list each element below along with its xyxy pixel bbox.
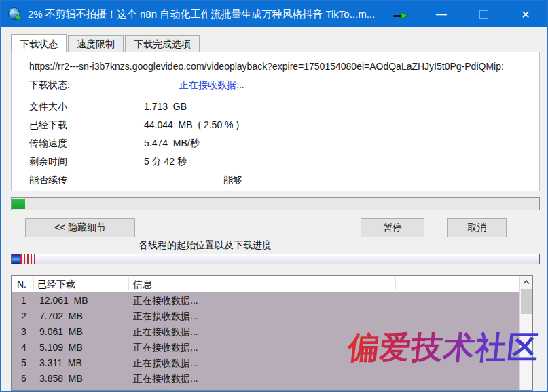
minimize-button[interactable]: — <box>420 1 462 27</box>
idm-download-window: 2% 不剪辑不拍摄！这个 n8n 自动化工作流批量生成万种风格抖音 TikTo.… <box>0 0 548 392</box>
progress-fill <box>12 199 25 209</box>
thread-row[interactable]: 112.061 MB正在接收数据... <box>12 293 519 309</box>
titlebar[interactable]: 2% 不剪辑不拍摄！这个 n8n 自动化工作流批量生成万种风格抖音 TikTo.… <box>1 1 547 27</box>
column-header-1[interactable]: N. <box>17 276 26 292</box>
thread-number: 4 <box>21 340 26 355</box>
thread-row[interactable]: 63.858 MB正在接收数据... <box>12 371 519 387</box>
thread-number: 7 <box>21 387 26 391</box>
threads-table: N.已经下载信息 112.061 MB正在接收数据...27.702 MB正在接… <box>11 275 533 391</box>
stat-label: 剩余时间 <box>29 153 67 171</box>
status-value: 正在接收数据... <box>179 79 244 92</box>
tab-下载状态[interactable]: 下载状态 <box>11 34 67 52</box>
thread-info: 正在接收数据... <box>133 355 198 371</box>
table-body: 112.061 MB正在接收数据...27.702 MB正在接收数据...39.… <box>12 293 519 390</box>
column-header-2[interactable]: 已经下载 <box>37 276 75 292</box>
main-progress-bar <box>11 197 540 210</box>
stat-row: 文件大小1.713 GB <box>29 98 531 116</box>
stat-row: 已经下载44.044 MB ( 2.50 % ) <box>29 116 531 134</box>
column-divider <box>33 277 34 290</box>
thread-number: 3 <box>21 324 26 340</box>
stat-label: 文件大小 <box>29 98 67 116</box>
scrollbar-thumb[interactable] <box>521 289 532 314</box>
threads-caption: 各线程的起始位置以及下载进度 <box>1 239 409 252</box>
thread-row[interactable]: 7736.000 KB正在接收数据... <box>12 387 519 391</box>
thread-info: 正在接收数据... <box>133 371 198 387</box>
stat-row: 剩余时间5 分 42 秒 <box>29 153 531 171</box>
column-divider <box>128 277 129 290</box>
column-divider <box>395 277 396 290</box>
thread-info: 正在接收数据... <box>133 387 198 391</box>
thread-downloaded: 7.702 MB <box>39 309 83 324</box>
pause-button[interactable]: 暂停 <box>361 218 424 237</box>
tab-strip: 下载状态速度限制下载完成选项 <box>11 34 201 52</box>
thread-downloaded: 736.000 KB <box>39 387 92 391</box>
download-url: https://rr2---sn-i3b7knzs.googlevideo.co… <box>29 61 532 72</box>
dialog-client-area: 下载状态速度限制下载完成选项 https://rr2---sn-i3b7knzs… <box>1 27 547 391</box>
thread-downloaded: 5.109 MB <box>39 340 83 355</box>
idm-app-icon <box>7 7 22 22</box>
thread-number: 5 <box>21 355 26 371</box>
window-title: 2% 不剪辑不拍摄！这个 n8n 自动化工作流批量生成万种风格抖音 TikTo.… <box>28 8 375 21</box>
thread-info: 正在接收数据... <box>133 309 198 324</box>
thread-downloaded: 9.061 MB <box>39 324 83 340</box>
thread-info: 正在接收数据... <box>133 293 198 309</box>
thread-row[interactable]: 39.061 MB正在接收数据... <box>12 324 519 340</box>
tab-下载完成选项[interactable]: 下载完成选项 <box>125 35 200 52</box>
stat-value: 5.474 MB/秒 <box>144 134 200 153</box>
stats-list: 文件大小1.713 GB已经下载44.044 MB ( 2.50 % )传输速度… <box>29 98 531 189</box>
thread-downloaded: 3.858 MB <box>39 371 83 387</box>
maximize-button[interactable] <box>462 1 505 27</box>
drag-download-arrow-icon <box>392 10 410 18</box>
chevron-up-icon <box>523 279 530 285</box>
cancel-button[interactable]: 取消 <box>447 218 507 237</box>
thread-row[interactable]: 27.702 MB正在接收数据... <box>12 309 519 324</box>
scroll-up-button[interactable] <box>520 276 532 288</box>
thread-downloaded: 3.311 MB <box>39 355 82 371</box>
thread-downloaded: 12.061 MB <box>39 293 88 309</box>
vertical-scrollbar[interactable] <box>519 276 532 390</box>
stat-label: 能否续传 <box>29 171 67 189</box>
stat-value: 5 分 42 秒 <box>144 153 187 171</box>
column-header-3[interactable]: 信息 <box>133 276 152 292</box>
stat-value: 1.713 GB <box>144 98 187 116</box>
stat-row: 传输速度5.474 MB/秒 <box>29 134 531 153</box>
hide-details-button[interactable]: << 隐藏细节 <box>25 218 135 237</box>
thread-info: 正在接收数据... <box>133 340 198 355</box>
status-label: 下载状态: <box>29 79 70 92</box>
maximize-icon <box>479 10 488 19</box>
stat-value: 44.044 MB ( 2.50 % ) <box>144 116 239 134</box>
thread-number: 1 <box>21 293 26 309</box>
table-header: N.已经下载信息 <box>12 276 519 292</box>
stat-value: 能够 <box>223 171 242 189</box>
stat-row: 能否续传能够 <box>29 171 531 189</box>
stat-label: 传输速度 <box>29 134 67 153</box>
thread-info: 正在接收数据... <box>133 324 198 340</box>
thread-number: 2 <box>21 309 26 324</box>
tab-速度限制[interactable]: 速度限制 <box>68 35 124 52</box>
stat-label: 已经下载 <box>29 116 67 134</box>
download-status-panel: https://rr2---sn-i3b7knzs.googlevideo.co… <box>11 52 540 191</box>
thread-row[interactable]: 45.109 MB正在接收数据... <box>12 340 519 355</box>
thread-number: 6 <box>21 371 26 387</box>
status-row: 下载状态: 正在接收数据... <box>29 79 70 92</box>
thread-row[interactable]: 53.311 MB正在接收数据... <box>12 355 519 371</box>
thread-start-markers <box>20 254 37 264</box>
thread-progress-map <box>11 254 540 264</box>
close-button[interactable]: ✕ <box>505 1 547 27</box>
